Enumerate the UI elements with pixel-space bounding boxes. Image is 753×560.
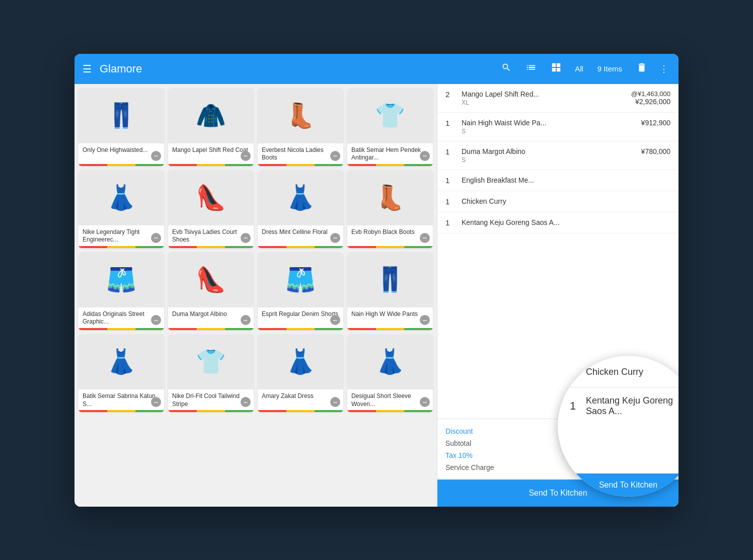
product-card[interactable]: 👕Nike Dri-Fit Cool Tailwind Stripe••• [168, 334, 254, 412]
product-name: Batik Semar Sabrina Katun S... [83, 392, 160, 408]
order-item-qty: 2 [445, 90, 456, 99]
order-item-qty: 1 [445, 119, 456, 127]
product-more-button[interactable]: ••• [151, 233, 161, 243]
product-name: Only One Highwaisted... [83, 146, 160, 154]
product-more-button[interactable]: ••• [330, 315, 340, 325]
order-item[interactable]: 1Nain High Waist Wide Pa...S¥912,900 [437, 113, 679, 141]
product-name: Amary Zakat Dress [262, 392, 339, 401]
product-image: 👕 [168, 334, 254, 389]
product-more-button[interactable]: ••• [241, 151, 251, 161]
order-item-name: Nain High Waist Wide Pa... [462, 119, 641, 127]
product-name: Evb Robyn Black Boots [351, 228, 429, 236]
product-name: Nike Dri-Fit Cool Tailwind Stripe [172, 392, 250, 408]
zoom-item1-name: Chicken Curry [586, 367, 643, 377]
product-name: Duma Margot Albino [172, 310, 250, 318]
product-more-button[interactable]: ••• [151, 315, 161, 325]
product-more-button[interactable]: ••• [330, 233, 340, 243]
order-item[interactable]: 2Mango Lapel Shift Red...XL@¥1,463,000¥2… [437, 84, 679, 113]
items-count: 9 Items [597, 64, 622, 73]
product-name: Dress Mint Celline Floral [262, 228, 339, 236]
zoom-item2-qty: 1 [570, 399, 580, 413]
delete-icon[interactable] [636, 62, 647, 75]
product-name: Esprit Regular Denim Shorts [262, 310, 339, 318]
product-card[interactable]: 🩳Esprit Regular Denim Shorts••• [258, 252, 343, 330]
order-item-total-price: ¥912,900 [641, 119, 670, 127]
product-image: 👢 [347, 170, 433, 225]
product-card[interactable]: 👢Evb Robyn Black Boots••• [347, 170, 433, 248]
product-grid: 👖Only One Highwaisted...•••🧥Mango Lapel … [79, 88, 433, 413]
product-image: 👗 [258, 170, 343, 225]
product-card[interactable]: 👗Dress Mint Celline Floral••• [258, 170, 343, 248]
order-item[interactable]: 1Duma Margot AlbinoS¥780,000 [437, 141, 679, 170]
product-name: Desigual Short Sleeve Woven... [351, 392, 429, 408]
product-card[interactable]: 👗Batik Semar Sabrina Katun S...••• [79, 334, 164, 412]
product-card[interactable]: 👗Nike Legendary Tight Engineerec...••• [79, 170, 164, 248]
filter-all-button[interactable]: All [575, 64, 583, 73]
order-item-name: Mango Lapel Shift Red... [462, 90, 631, 98]
product-more-button[interactable]: ••• [420, 151, 430, 161]
discount-label: Discount [445, 427, 473, 435]
product-name: Mango Lapel Shift Red Coat [172, 146, 250, 154]
product-image: 👗 [79, 170, 164, 225]
product-card[interactable]: 👠Duma Margot Albino••• [168, 252, 254, 330]
order-item[interactable]: 1Kentang Keju Goreng Saos A... [437, 212, 679, 233]
product-image: 👢 [258, 88, 343, 143]
grid-view-icon[interactable] [551, 62, 562, 75]
product-image: 👗 [347, 334, 433, 389]
product-more-button[interactable]: ••• [330, 151, 340, 161]
product-more-button[interactable]: ••• [420, 315, 430, 325]
product-card[interactable]: 👗Desigual Short Sleeve Woven...••• [347, 334, 433, 412]
order-item-name: Chicken Curry [462, 197, 670, 205]
product-image: 👖 [79, 88, 164, 143]
more-options-icon[interactable]: ⋮ [659, 63, 668, 74]
order-item[interactable]: 1Chicken Curry [437, 191, 679, 212]
product-name: Nike Legendary Tight Engineerec... [83, 228, 160, 244]
order-item-total-price: ¥780,000 [641, 147, 670, 155]
search-icon[interactable] [501, 62, 511, 75]
product-name: Nain High W Wide Pants [351, 310, 429, 318]
order-item-qty: 1 [445, 218, 456, 227]
product-image: 👕 [347, 88, 433, 143]
order-item-qty: 1 [445, 197, 456, 206]
tax-label: Tax 10% [445, 451, 473, 459]
product-card[interactable]: 👗Amary Zakat Dress••• [258, 334, 343, 412]
service-label: Service Charge [445, 463, 494, 471]
product-image: 🩳 [258, 252, 343, 307]
menu-icon[interactable]: ☰ [83, 63, 92, 75]
app-title: Glamore [100, 62, 142, 75]
order-item-qty: 1 [445, 147, 456, 156]
product-name: Batik Semar Hem Pendek Antingar... [351, 146, 429, 162]
product-image: 👗 [258, 334, 343, 389]
list-view-icon[interactable] [525, 62, 537, 75]
product-card[interactable]: 👖Nain High W Wide Pants••• [347, 252, 433, 330]
order-item-variant: S [462, 128, 641, 135]
product-name: Adidas Originals Street Graphic... [83, 310, 160, 326]
subtotal-label: Subtotal [445, 439, 471, 447]
zoom-item-2: 1 Kentang Keju Goreng Saos A... [570, 395, 679, 417]
order-item-name: Kentang Keju Goreng Saos A... [462, 218, 670, 226]
product-image: 👠 [168, 170, 254, 225]
product-card[interactable]: 🧥Mango Lapel Shift Red Coat••• [168, 88, 254, 166]
order-item-unit-price: @¥1,463,000 [631, 90, 670, 98]
product-more-button[interactable]: ••• [241, 315, 251, 325]
zoom-item2-name: Kentang Keju Goreng Saos A... [586, 395, 679, 417]
order-item-variant: S [462, 156, 641, 164]
product-name: Evb Tsivya Ladies Court Shoes [172, 228, 250, 244]
order-item-name: English Breakfast Me... [462, 176, 670, 184]
product-image: 🧥 [168, 88, 254, 143]
product-card[interactable]: 🩳Adidas Originals Street Graphic...••• [79, 252, 164, 330]
order-item[interactable]: 1English Breakfast Me... [437, 170, 679, 191]
product-image: 👗 [79, 334, 164, 389]
header: ☰ Glamore All 9 Items ⋮ [74, 54, 679, 84]
product-card[interactable]: 👢Everbest Nicola Ladies Boots••• [258, 88, 343, 166]
product-more-button[interactable]: ••• [151, 151, 161, 161]
product-card[interactable]: 👠Evb Tsivya Ladies Court Shoes••• [168, 170, 254, 248]
product-card[interactable]: 👕Batik Semar Hem Pendek Antingar...••• [347, 88, 433, 166]
order-item-variant: XL [462, 99, 631, 106]
product-name: Everbest Nicola Ladies Boots [262, 146, 339, 162]
product-image: 👖 [347, 252, 433, 307]
order-item-qty: 1 [445, 176, 456, 185]
product-card[interactable]: 👖Only One Highwaisted...••• [79, 88, 164, 166]
product-more-button[interactable]: ••• [420, 233, 430, 243]
product-more-button[interactable]: ••• [241, 233, 251, 243]
